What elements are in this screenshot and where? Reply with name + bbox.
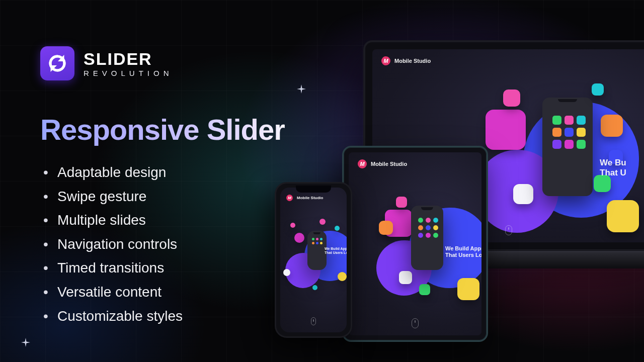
phone-mockup: M Mobile Studio xyxy=(275,182,352,338)
feature-item: Swipe gesture xyxy=(40,185,302,209)
refresh-icon xyxy=(47,53,67,73)
phone-screen: M Mobile Studio xyxy=(280,188,347,332)
screen-brand: M Mobile Studio xyxy=(286,195,323,201)
tablet-screen: M Mobile Studio xyxy=(349,152,481,335)
brand-mark-icon: M xyxy=(381,56,390,65)
brand-name: Mobile Studio xyxy=(394,58,431,64)
screen-brand: M Mobile Studio xyxy=(381,56,431,65)
logo-badge xyxy=(40,46,74,80)
logo-text: SLIDER REVOLUTION xyxy=(84,50,173,77)
mouse-scroll-icon xyxy=(505,225,512,235)
device-mockups: M Mobile Studio xyxy=(272,0,644,362)
mouse-scroll-icon xyxy=(412,318,419,328)
tablet-mockup: M Mobile Studio xyxy=(342,146,488,342)
screen-scene: M Mobile Studio xyxy=(280,188,347,332)
feature-item: Multiple slides xyxy=(40,208,302,232)
brand-name: Mobile Studio xyxy=(297,196,323,200)
screen-tagline: We Build AppsThat Users Love xyxy=(445,245,481,258)
feature-item: Navigation controls xyxy=(40,232,302,256)
page-headline: Responsive Slider xyxy=(40,113,302,146)
screen-scene: M Mobile Studio xyxy=(349,152,481,335)
mouse-scroll-icon xyxy=(311,317,316,325)
screen-tagline: We BuThat U xyxy=(600,158,626,177)
screen-tagline: We Build AppsThat Users Love xyxy=(325,247,347,255)
brand-mark-icon: M xyxy=(286,195,293,201)
brand-mark-icon: M xyxy=(358,159,367,168)
feature-item: Versatile content xyxy=(40,280,302,304)
feature-item: Adaptable design xyxy=(40,160,302,185)
screen-brand: M Mobile Studio xyxy=(358,159,407,168)
phone-notch xyxy=(296,186,331,193)
feature-list: Adaptable design Swipe gesture Multiple … xyxy=(40,160,302,328)
brand-name: Mobile Studio xyxy=(371,161,407,167)
feature-item: Customizable styles xyxy=(40,304,302,328)
feature-item: Timed transitions xyxy=(40,256,302,280)
product-logo: SLIDER REVOLUTION xyxy=(40,46,302,80)
logo-subtitle: REVOLUTION xyxy=(84,69,173,77)
left-column: SLIDER REVOLUTION Responsive Slider Adap… xyxy=(40,46,302,328)
logo-title: SLIDER xyxy=(84,50,173,67)
